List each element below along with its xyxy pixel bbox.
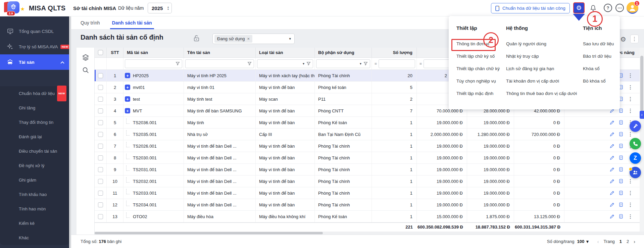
col-header-ten-tai-san[interactable]: Tên tài sản <box>184 48 256 57</box>
duplicate-row-icon[interactable] <box>619 143 624 149</box>
edit-row-icon[interactable] <box>609 120 615 125</box>
scrollbar-thumb[interactable] <box>95 232 323 234</box>
table-row[interactable]: 13OTO02Máy điều hòaMáy điều hòa không kh… <box>95 211 644 222</box>
row-more-icon[interactable]: ⋮ <box>628 84 633 90</box>
settings-menu-item[interactable]: Bỏ khóa sổ <box>583 75 614 87</box>
community-support-button[interactable] <box>630 167 641 178</box>
normalize-data-button[interactable]: Chuẩn hóa dữ liệu tài sản công <box>491 3 570 13</box>
table-row[interactable]: 12TS2034.001Máy vi tính để bàn Dell ...M… <box>95 199 644 211</box>
duplicate-row-icon[interactable] <box>619 214 624 219</box>
vertical-scrollbar[interactable] <box>640 48 644 232</box>
sidebar-subitem[interactable]: Thay đổi thông tin <box>0 115 69 130</box>
duplicate-row-icon[interactable] <box>619 132 624 137</box>
row-checkbox[interactable] <box>98 97 103 102</box>
table-row[interactable]: 8TS2030.001Máy vi tính để bàn Dell ...Má… <box>95 152 644 164</box>
filter-loai-tai-san[interactable]: ▾ <box>256 58 315 69</box>
row-more-icon[interactable]: ⋮ <box>628 72 633 79</box>
col-header-bo-phan[interactable]: Bộ phận sử dụng <box>315 48 372 57</box>
row-checkbox[interactable] <box>98 132 103 137</box>
equals-operator[interactable]: = <box>375 61 377 66</box>
expand-panel-handle[interactable]: › <box>640 111 644 119</box>
remove-filter-icon[interactable]: × <box>247 36 250 41</box>
expand-row-icon[interactable]: + <box>125 85 130 90</box>
sidebar-subitem[interactable]: Ghi giảm <box>0 173 69 187</box>
zalo-chat-button[interactable]: Z <box>630 152 641 164</box>
table-row[interactable]: 11TS2033.001Máy vi tính để bàn Dell ...M… <box>95 187 644 199</box>
duplicate-row-icon[interactable] <box>619 179 624 184</box>
row-more-icon[interactable]: ⋮ <box>628 202 633 208</box>
row-checkbox[interactable] <box>98 144 103 149</box>
duplicate-row-icon[interactable] <box>619 202 624 207</box>
sidebar-subitem[interactable]: Điều chuyển tài sản <box>0 144 69 158</box>
row-more-icon[interactable]: ⋮ <box>628 131 633 137</box>
support-phone-button[interactable] <box>630 138 641 149</box>
row-checkbox[interactable] <box>98 191 103 196</box>
row-checkbox[interactable] <box>98 179 103 184</box>
row-more-icon[interactable]: ⋮ <box>628 178 633 184</box>
sidebar-item-overview[interactable]: Tổng quan CSDL <box>0 23 71 39</box>
duplicate-row-icon[interactable] <box>619 167 624 172</box>
settings-menu-item[interactable]: Tài khoản đơn vị cấp dưới <box>506 75 577 87</box>
duplicate-row-icon[interactable] <box>619 108 624 113</box>
year-spinner[interactable]: ▴ ▾ <box>167 6 171 10</box>
settings-menu-item[interactable]: Khóa sổ <box>583 62 614 75</box>
sidebar-scrollbar[interactable] <box>69 16 71 248</box>
duplicate-row-icon[interactable] <box>619 190 624 196</box>
next-page-button[interactable]: › <box>634 239 635 244</box>
row-more-icon[interactable]: ⋮ <box>628 213 633 219</box>
settings-menu-item[interactable]: Thông tin thuê bao đơn vị cấp dưới <box>506 87 577 100</box>
sidebar-subitem[interactable]: Tính khấu hao <box>0 187 69 202</box>
sidebar-subitem[interactable]: Đề nghị xử lý <box>0 158 69 173</box>
sidebar-item-assets[interactable]: Tài sản <box>0 54 71 70</box>
search-icon[interactable] <box>82 66 89 75</box>
settings-menu-item[interactable]: Thiết lập chân chữ ký <box>456 62 500 75</box>
year-selector[interactable]: 2025 ▴ ▾ <box>148 3 172 13</box>
settings-menu-item[interactable]: Bảo trì dữ liệu <box>583 50 614 62</box>
support-rocket-button[interactable] <box>630 120 641 132</box>
select-all-checkbox[interactable] <box>98 50 103 55</box>
help-icon[interactable]: ? <box>604 4 612 12</box>
row-more-icon[interactable]: ⋮ <box>628 96 633 102</box>
edit-row-icon[interactable] <box>609 202 615 207</box>
tab-quy-trinh[interactable]: Quy trình <box>79 20 102 29</box>
tab-danh-sach-tai-san[interactable]: Danh sách tài sản <box>110 20 154 29</box>
equals-operator[interactable]: = <box>419 61 422 66</box>
page-number[interactable]: 1 <box>620 239 622 244</box>
scrollbar-thumb[interactable] <box>640 56 643 111</box>
duplicate-row-icon[interactable] <box>619 120 624 125</box>
row-checkbox[interactable] <box>98 108 103 113</box>
edit-row-icon[interactable] <box>609 179 615 184</box>
sidebar-item-ava-assistant[interactable]: Trợ lý số MISA AVA NEW <box>0 39 71 54</box>
col-header-so-luong[interactable]: Số lượng <box>372 48 417 57</box>
duplicate-row-icon[interactable] <box>619 155 624 160</box>
row-more-icon[interactable]: ⋮ <box>628 108 633 114</box>
row-more-icon[interactable]: ⋮ <box>628 190 633 196</box>
settings-menu-item[interactable]: Thiết lập mặc định <box>456 87 500 100</box>
organization-name[interactable]: Sở tài chính MISA <box>73 5 116 11</box>
view-filter-dropdown[interactable]: Đang sử dụng × ▾ <box>212 34 295 44</box>
table-row[interactable]: 5TS2036.001Máy tínhMáy vi tính để bànPhò… <box>95 117 644 129</box>
col-header-stt[interactable]: STT <box>107 48 123 57</box>
col-header-ma-tai-san[interactable]: Mã tài sản <box>123 48 184 57</box>
filter-tag[interactable]: Đang sử dụng × <box>214 35 252 43</box>
row-checkbox[interactable] <box>98 85 103 90</box>
settings-menu-item[interactable]: Nhật ký truy cập <box>506 50 577 62</box>
settings-menu-item[interactable]: Tùy chọn nghiệp vụ <box>456 75 500 87</box>
expand-row-icon[interactable]: + <box>125 73 130 78</box>
table-row[interactable]: 9TS2031.001Máy vi tính để bàn Dell ...Má… <box>95 164 644 176</box>
row-checkbox[interactable] <box>98 73 103 78</box>
more-options-icon[interactable]: ⋯ <box>615 4 624 12</box>
prev-page-button[interactable]: ‹ <box>597 239 599 244</box>
horizontal-scrollbar[interactable] <box>95 232 644 235</box>
expand-row-icon[interactable]: + <box>125 96 130 102</box>
edit-row-icon[interactable] <box>609 167 615 172</box>
sidebar-subitem[interactable]: Ghi tăng <box>0 101 69 115</box>
table-row[interactable]: 10TS2032.001Máy vi tính để bàn Dell ...M… <box>95 176 644 187</box>
spinner-down-icon[interactable]: ▾ <box>167 8 169 10</box>
expand-row-icon[interactable]: + <box>125 108 130 113</box>
row-checkbox[interactable] <box>98 155 103 160</box>
row-checkbox[interactable] <box>98 214 103 219</box>
settings-menu-item[interactable]: Thiết lập chữ ký số <box>456 50 500 62</box>
notifications-bell-icon[interactable] <box>589 4 597 12</box>
user-avatar[interactable]: 1 <box>627 2 638 14</box>
